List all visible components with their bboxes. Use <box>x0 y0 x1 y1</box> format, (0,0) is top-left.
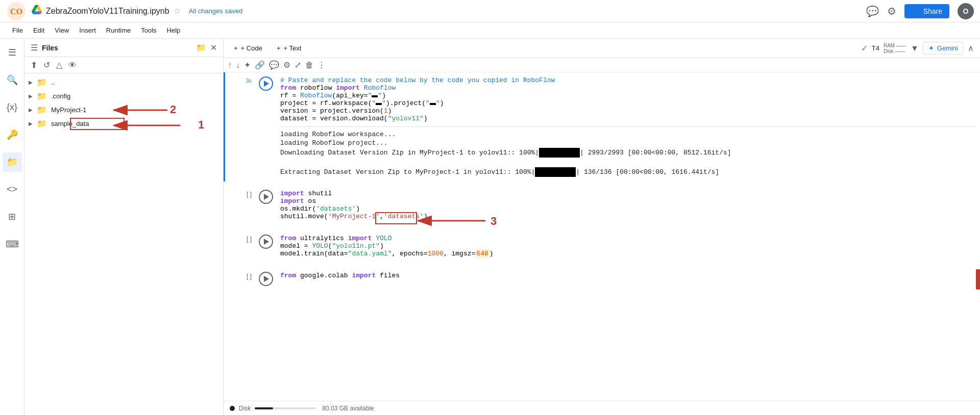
menu-file[interactable]: File <box>8 24 27 36</box>
more-icon[interactable]: ⋮ <box>317 60 326 70</box>
cell-4-code[interactable]: from google.colab import files <box>276 270 980 281</box>
run-button-4[interactable] <box>259 272 273 286</box>
comment-icon[interactable]: 💬 <box>866 5 879 17</box>
notebook-content: + + Code + + Text ✓ T4 RAM —— Disk —— ▼ … <box>224 39 980 415</box>
settings-cell-icon[interactable]: ⚙ <box>283 60 290 70</box>
file-item-config[interactable]: ▶ 📁 .config <box>24 89 223 103</box>
menu-insert[interactable]: Insert <box>75 24 100 36</box>
cell-3: [ ] from ultralytics import YOLO model =… <box>224 228 980 264</box>
gemini-star-icon: ✦ <box>928 44 934 52</box>
ram-disk-indicator: RAM —— Disk —— <box>884 43 906 54</box>
expand-arrow: ▶ <box>29 93 35 99</box>
link-icon[interactable]: 🔗 <box>255 60 265 70</box>
cell-4-bracket: [ ] <box>225 270 256 280</box>
move-down-icon[interactable]: ↓ <box>236 61 240 70</box>
disk-progress-bar <box>255 407 316 409</box>
file-name-myproject: MyProject-1 <box>51 106 86 114</box>
avatar[interactable]: O <box>958 3 974 19</box>
upload-icon[interactable]: ⬆ <box>31 60 37 70</box>
file-item-sample-data[interactable]: ▶ 📁 sample_data <box>24 117 223 131</box>
close-sidebar-icon[interactable]: ✕ <box>210 43 217 53</box>
folder-icon: 📁 <box>37 77 47 87</box>
colab-logo: CO <box>6 1 27 21</box>
notebook-cells: 3s # Paste and replace the code below by… <box>224 72 980 401</box>
delete-cell-icon[interactable]: 🗑 <box>305 61 313 70</box>
nav-menu-icon[interactable]: ☰ <box>4 43 20 62</box>
expand-arrow: ▶ <box>29 107 35 113</box>
menu-bar: File Edit View Insert Runtime Tools Help <box>0 22 980 39</box>
disk-dot <box>230 406 235 411</box>
cell-actions-toolbar: ↑ ↓ ✦ 🔗 💬 ⚙ ⤢ 🗑 ⋮ <box>224 58 980 72</box>
cell-1: 3s # Paste and replace the code below by… <box>224 72 980 181</box>
add-text-button[interactable]: + + Text <box>273 42 305 54</box>
cell-3-code[interactable]: from ultralytics import YOLO model = YOL… <box>276 232 980 260</box>
nav-variables-icon[interactable]: {x} <box>3 98 21 117</box>
upload-drive-icon[interactable]: △ <box>56 60 62 70</box>
collapse-icon[interactable]: ∧ <box>968 43 974 53</box>
menu-edit[interactable]: Edit <box>29 24 48 36</box>
menu-view[interactable]: View <box>51 24 73 36</box>
cell-2-code[interactable]: import shutil import os os.mkdir('datase… <box>276 188 980 222</box>
file-tree: ▶ 📁 .. ▶ 📁 .config ▶ 📁 MyProject-1 ▶ 📁 <box>24 73 223 415</box>
nav-files-icon[interactable]: 📁 <box>3 152 22 172</box>
disk-label: Disk <box>239 405 251 412</box>
output-line-4 <box>280 158 976 167</box>
expand-arrow: ▶ <box>29 80 35 85</box>
nav-terminal-icon[interactable]: ⌨ <box>2 235 23 254</box>
cell-3-bracket: [ ] <box>225 232 256 243</box>
file-name: .config <box>51 92 70 100</box>
menu-help[interactable]: Help <box>163 24 185 36</box>
nav-secrets-icon[interactable]: 🔑 <box>3 125 22 144</box>
settings-icon[interactable]: ⚙ <box>887 5 896 17</box>
svg-text:CO: CO <box>10 7 22 16</box>
notebook-title: ZebraZoomYoloV11Training.ipynb <box>46 7 169 16</box>
new-folder-icon[interactable]: 📁 <box>196 43 206 53</box>
menu-runtime[interactable]: Runtime <box>102 24 135 36</box>
expand-arrow: ▶ <box>29 121 35 126</box>
file-item-dotdot[interactable]: ▶ 📁 .. <box>24 75 223 89</box>
move-up-icon[interactable]: ↑ <box>228 61 232 70</box>
output-line-2: loading Roboflow project... <box>280 139 976 147</box>
menu-tools[interactable]: Tools <box>137 24 160 36</box>
cell-4: [ ] from google.colab import files <box>224 266 980 290</box>
star-icon[interactable]: ☆ <box>174 6 181 16</box>
folder-icon-orange: 📁 <box>37 119 47 128</box>
nav-snippets-icon[interactable]: ⊞ <box>4 207 20 226</box>
nav-code-icon[interactable]: <> <box>3 180 21 199</box>
comment-cell-icon[interactable]: 💬 <box>269 60 279 70</box>
all-changes-saved: All changes saved <box>189 7 243 15</box>
disk-fill <box>255 407 273 409</box>
gemini-button[interactable]: ✦ Gemini <box>923 42 964 55</box>
cell-1-code[interactable]: # Paste and replace the code below by th… <box>276 74 980 179</box>
ai-icon[interactable]: ✦ <box>244 60 251 70</box>
sidebar-title: Files <box>42 44 192 52</box>
eye-icon[interactable]: 👁 <box>68 61 77 70</box>
folder-icon: 📁 <box>37 91 47 101</box>
refresh-icon[interactable]: ↺ <box>43 60 50 70</box>
file-name: .. <box>51 79 55 86</box>
nav-search-icon[interactable]: 🔍 <box>3 70 22 90</box>
output-line-3: Downloading Dataset Version Zip in MyPro… <box>280 147 976 158</box>
file-item-myproject[interactable]: ▶ 📁 MyProject-1 <box>24 103 223 117</box>
expand-cell-icon[interactable]: ⤢ <box>295 60 301 70</box>
plus-icon: + <box>234 44 238 52</box>
run-button-1[interactable] <box>259 76 273 91</box>
cell-2: [ ] import shutil import os os.mkdir('da… <box>224 184 980 226</box>
sidebar-files-panel: ☰ Files 📁 ✕ ⬆ ↺ △ 👁 ▶ 📁 .. ▶ 📁 <box>24 39 224 415</box>
left-nav: ☰ 🔍 {x} 🔑 📁 <> ⊞ ⌨ <box>0 39 24 415</box>
notebook-toolbar: + + Code + + Text ✓ T4 RAM —— Disk —— ▼ … <box>224 39 980 58</box>
add-code-button[interactable]: + + Code <box>230 42 266 54</box>
connected-check-icon: ✓ <box>861 43 868 53</box>
bottom-status-bar: Disk 80.03 GB available <box>224 401 980 415</box>
expand-runtime-icon[interactable]: ▼ <box>911 44 919 53</box>
cell-1-number: 3s <box>225 74 256 84</box>
plus-icon: + <box>277 44 281 52</box>
run-button-2[interactable] <box>259 190 273 204</box>
share-button[interactable]: 👤 Share <box>904 4 949 18</box>
drive-icon <box>32 5 42 17</box>
cell-2-bracket: [ ] <box>225 188 256 198</box>
disk-available: 80.03 GB available <box>322 405 374 412</box>
folder-icon: 📁 <box>37 105 47 115</box>
run-button-3[interactable] <box>259 235 273 249</box>
sidebar-collapse-icon[interactable]: ☰ <box>31 43 38 53</box>
